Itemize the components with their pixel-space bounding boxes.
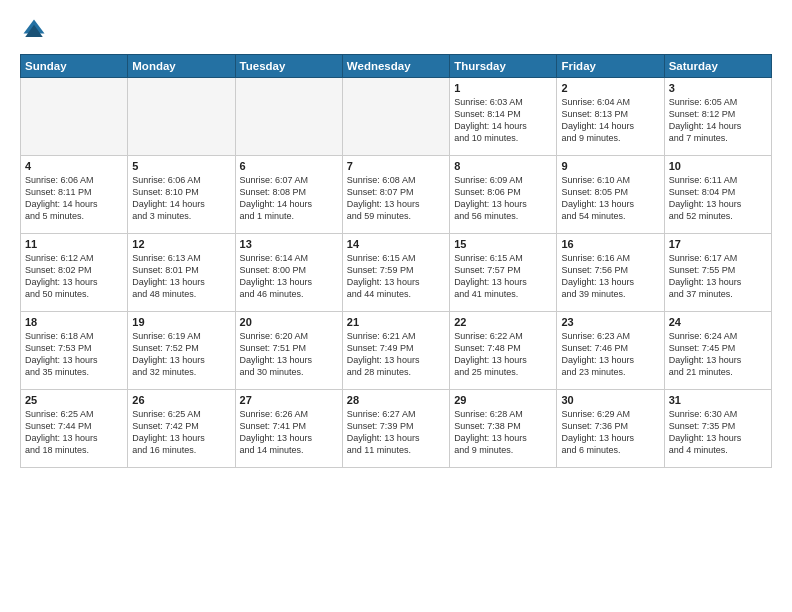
cell-info: Sunrise: 6:11 AM Sunset: 8:04 PM Dayligh… xyxy=(669,174,767,223)
calendar-week-5: 25Sunrise: 6:25 AM Sunset: 7:44 PM Dayli… xyxy=(21,390,772,468)
cell-info: Sunrise: 6:16 AM Sunset: 7:56 PM Dayligh… xyxy=(561,252,659,301)
calendar-cell: 21Sunrise: 6:21 AM Sunset: 7:49 PM Dayli… xyxy=(342,312,449,390)
calendar-cell: 20Sunrise: 6:20 AM Sunset: 7:51 PM Dayli… xyxy=(235,312,342,390)
day-number: 19 xyxy=(132,316,230,328)
cell-info: Sunrise: 6:21 AM Sunset: 7:49 PM Dayligh… xyxy=(347,330,445,379)
calendar-cell: 14Sunrise: 6:15 AM Sunset: 7:59 PM Dayli… xyxy=(342,234,449,312)
calendar-cell: 27Sunrise: 6:26 AM Sunset: 7:41 PM Dayli… xyxy=(235,390,342,468)
weekday-header-sunday: Sunday xyxy=(21,55,128,78)
weekday-header-friday: Friday xyxy=(557,55,664,78)
calendar-cell: 13Sunrise: 6:14 AM Sunset: 8:00 PM Dayli… xyxy=(235,234,342,312)
calendar-cell: 28Sunrise: 6:27 AM Sunset: 7:39 PM Dayli… xyxy=(342,390,449,468)
weekday-header-saturday: Saturday xyxy=(664,55,771,78)
cell-info: Sunrise: 6:19 AM Sunset: 7:52 PM Dayligh… xyxy=(132,330,230,379)
day-number: 20 xyxy=(240,316,338,328)
day-number: 29 xyxy=(454,394,552,406)
calendar-cell: 23Sunrise: 6:23 AM Sunset: 7:46 PM Dayli… xyxy=(557,312,664,390)
day-number: 24 xyxy=(669,316,767,328)
calendar-cell: 10Sunrise: 6:11 AM Sunset: 8:04 PM Dayli… xyxy=(664,156,771,234)
calendar-cell: 24Sunrise: 6:24 AM Sunset: 7:45 PM Dayli… xyxy=(664,312,771,390)
cell-info: Sunrise: 6:13 AM Sunset: 8:01 PM Dayligh… xyxy=(132,252,230,301)
cell-info: Sunrise: 6:26 AM Sunset: 7:41 PM Dayligh… xyxy=(240,408,338,457)
calendar-cell: 30Sunrise: 6:29 AM Sunset: 7:36 PM Dayli… xyxy=(557,390,664,468)
page: SundayMondayTuesdayWednesdayThursdayFrid… xyxy=(0,0,792,612)
cell-info: Sunrise: 6:15 AM Sunset: 7:57 PM Dayligh… xyxy=(454,252,552,301)
cell-info: Sunrise: 6:03 AM Sunset: 8:14 PM Dayligh… xyxy=(454,96,552,145)
logo-icon xyxy=(20,16,48,44)
calendar-cell: 11Sunrise: 6:12 AM Sunset: 8:02 PM Dayli… xyxy=(21,234,128,312)
calendar-cell: 8Sunrise: 6:09 AM Sunset: 8:06 PM Daylig… xyxy=(450,156,557,234)
cell-info: Sunrise: 6:29 AM Sunset: 7:36 PM Dayligh… xyxy=(561,408,659,457)
cell-info: Sunrise: 6:22 AM Sunset: 7:48 PM Dayligh… xyxy=(454,330,552,379)
day-number: 4 xyxy=(25,160,123,172)
day-number: 2 xyxy=(561,82,659,94)
calendar-cell: 26Sunrise: 6:25 AM Sunset: 7:42 PM Dayli… xyxy=(128,390,235,468)
day-number: 22 xyxy=(454,316,552,328)
weekday-header-tuesday: Tuesday xyxy=(235,55,342,78)
day-number: 28 xyxy=(347,394,445,406)
calendar-week-2: 4Sunrise: 6:06 AM Sunset: 8:11 PM Daylig… xyxy=(21,156,772,234)
calendar-week-1: 1Sunrise: 6:03 AM Sunset: 8:14 PM Daylig… xyxy=(21,78,772,156)
calendar-cell xyxy=(21,78,128,156)
day-number: 17 xyxy=(669,238,767,250)
cell-info: Sunrise: 6:05 AM Sunset: 8:12 PM Dayligh… xyxy=(669,96,767,145)
day-number: 14 xyxy=(347,238,445,250)
day-number: 11 xyxy=(25,238,123,250)
day-number: 10 xyxy=(669,160,767,172)
calendar-cell: 15Sunrise: 6:15 AM Sunset: 7:57 PM Dayli… xyxy=(450,234,557,312)
calendar-cell: 1Sunrise: 6:03 AM Sunset: 8:14 PM Daylig… xyxy=(450,78,557,156)
calendar-cell: 22Sunrise: 6:22 AM Sunset: 7:48 PM Dayli… xyxy=(450,312,557,390)
calendar-cell: 9Sunrise: 6:10 AM Sunset: 8:05 PM Daylig… xyxy=(557,156,664,234)
calendar-cell: 25Sunrise: 6:25 AM Sunset: 7:44 PM Dayli… xyxy=(21,390,128,468)
cell-info: Sunrise: 6:20 AM Sunset: 7:51 PM Dayligh… xyxy=(240,330,338,379)
day-number: 16 xyxy=(561,238,659,250)
day-number: 30 xyxy=(561,394,659,406)
weekday-header-thursday: Thursday xyxy=(450,55,557,78)
day-number: 31 xyxy=(669,394,767,406)
calendar-cell: 5Sunrise: 6:06 AM Sunset: 8:10 PM Daylig… xyxy=(128,156,235,234)
day-number: 3 xyxy=(669,82,767,94)
day-number: 21 xyxy=(347,316,445,328)
day-number: 18 xyxy=(25,316,123,328)
cell-info: Sunrise: 6:25 AM Sunset: 7:44 PM Dayligh… xyxy=(25,408,123,457)
cell-info: Sunrise: 6:23 AM Sunset: 7:46 PM Dayligh… xyxy=(561,330,659,379)
day-number: 15 xyxy=(454,238,552,250)
calendar-cell: 6Sunrise: 6:07 AM Sunset: 8:08 PM Daylig… xyxy=(235,156,342,234)
day-number: 25 xyxy=(25,394,123,406)
logo xyxy=(20,16,52,44)
cell-info: Sunrise: 6:12 AM Sunset: 8:02 PM Dayligh… xyxy=(25,252,123,301)
calendar-cell: 17Sunrise: 6:17 AM Sunset: 7:55 PM Dayli… xyxy=(664,234,771,312)
calendar-cell: 19Sunrise: 6:19 AM Sunset: 7:52 PM Dayli… xyxy=(128,312,235,390)
cell-info: Sunrise: 6:06 AM Sunset: 8:11 PM Dayligh… xyxy=(25,174,123,223)
cell-info: Sunrise: 6:06 AM Sunset: 8:10 PM Dayligh… xyxy=(132,174,230,223)
cell-info: Sunrise: 6:15 AM Sunset: 7:59 PM Dayligh… xyxy=(347,252,445,301)
calendar-cell xyxy=(235,78,342,156)
cell-info: Sunrise: 6:10 AM Sunset: 8:05 PM Dayligh… xyxy=(561,174,659,223)
cell-info: Sunrise: 6:07 AM Sunset: 8:08 PM Dayligh… xyxy=(240,174,338,223)
header xyxy=(20,16,772,44)
cell-info: Sunrise: 6:27 AM Sunset: 7:39 PM Dayligh… xyxy=(347,408,445,457)
calendar-cell xyxy=(128,78,235,156)
calendar-cell: 16Sunrise: 6:16 AM Sunset: 7:56 PM Dayli… xyxy=(557,234,664,312)
cell-info: Sunrise: 6:08 AM Sunset: 8:07 PM Dayligh… xyxy=(347,174,445,223)
weekday-header-wednesday: Wednesday xyxy=(342,55,449,78)
day-number: 6 xyxy=(240,160,338,172)
calendar-cell: 7Sunrise: 6:08 AM Sunset: 8:07 PM Daylig… xyxy=(342,156,449,234)
cell-info: Sunrise: 6:28 AM Sunset: 7:38 PM Dayligh… xyxy=(454,408,552,457)
day-number: 1 xyxy=(454,82,552,94)
cell-info: Sunrise: 6:30 AM Sunset: 7:35 PM Dayligh… xyxy=(669,408,767,457)
weekday-header-monday: Monday xyxy=(128,55,235,78)
calendar-cell: 2Sunrise: 6:04 AM Sunset: 8:13 PM Daylig… xyxy=(557,78,664,156)
calendar-cell: 3Sunrise: 6:05 AM Sunset: 8:12 PM Daylig… xyxy=(664,78,771,156)
calendar-week-3: 11Sunrise: 6:12 AM Sunset: 8:02 PM Dayli… xyxy=(21,234,772,312)
weekday-header-row: SundayMondayTuesdayWednesdayThursdayFrid… xyxy=(21,55,772,78)
day-number: 7 xyxy=(347,160,445,172)
calendar-week-4: 18Sunrise: 6:18 AM Sunset: 7:53 PM Dayli… xyxy=(21,312,772,390)
day-number: 13 xyxy=(240,238,338,250)
calendar-body: 1Sunrise: 6:03 AM Sunset: 8:14 PM Daylig… xyxy=(21,78,772,468)
calendar-cell xyxy=(342,78,449,156)
day-number: 5 xyxy=(132,160,230,172)
cell-info: Sunrise: 6:04 AM Sunset: 8:13 PM Dayligh… xyxy=(561,96,659,145)
day-number: 9 xyxy=(561,160,659,172)
cell-info: Sunrise: 6:09 AM Sunset: 8:06 PM Dayligh… xyxy=(454,174,552,223)
